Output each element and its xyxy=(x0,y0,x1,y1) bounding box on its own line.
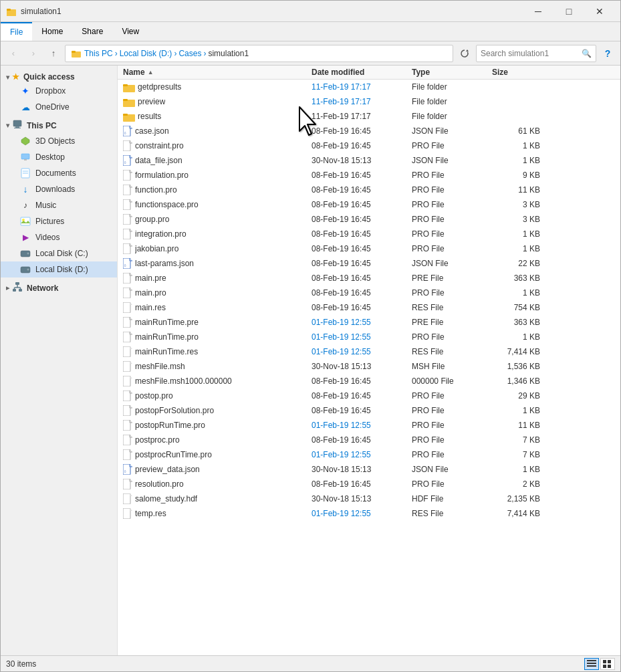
table-row[interactable]: salome_study.hdf 30-Nov-18 15:13 HDF Fil… xyxy=(118,491,620,506)
table-row[interactable]: {} data_file.json 30-Nov-18 15:13 JSON F… xyxy=(118,153,620,168)
sidebar-item-videos[interactable]: ▶ Videos xyxy=(1,229,117,245)
minimize-button[interactable]: ─ xyxy=(523,1,553,22)
col-date-header[interactable]: Date modified xyxy=(312,68,412,77)
table-row[interactable]: postop.pro 08-Feb-19 16:45 PRO File 29 K… xyxy=(118,388,620,403)
file-type-cell: MSH File xyxy=(412,362,492,371)
sidebar-network-header[interactable]: ▸ Network xyxy=(1,279,117,296)
table-row[interactable]: results 11-Feb-19 17:17 File folder xyxy=(118,109,620,124)
tab-file[interactable]: File xyxy=(1,22,32,41)
forward-button[interactable]: › xyxy=(25,45,42,62)
breadcrumb-cases[interactable]: Cases xyxy=(178,49,201,58)
tab-home[interactable]: Home xyxy=(32,22,72,41)
table-row[interactable]: {} case.json 08-Feb-19 16:45 JSON File 6… xyxy=(118,124,620,138)
thispc-icon xyxy=(12,119,23,132)
file-size-cell: 29 KB xyxy=(492,391,545,401)
search-box[interactable]: 🔍 xyxy=(476,45,596,62)
file-size-cell: 754 KB xyxy=(492,303,545,312)
sidebar-quickaccess-header[interactable]: ▾ ★ Quick access xyxy=(1,70,117,83)
table-row[interactable]: {} last-params.json 08-Feb-19 16:45 JSON… xyxy=(118,256,620,271)
breadcrumb-thispc[interactable]: This PC xyxy=(84,49,113,58)
sidebar-item-downloads[interactable]: ↓ Downloads xyxy=(1,181,117,197)
table-row[interactable]: group.pro 08-Feb-19 16:45 PRO File 3 KB xyxy=(118,212,620,227)
table-row[interactable]: formulation.pro 08-Feb-19 16:45 PRO File… xyxy=(118,168,620,183)
sidebar-network-label: Network xyxy=(27,284,58,293)
col-type-header[interactable]: Type xyxy=(412,68,492,77)
table-row[interactable]: postproc.pro 08-Feb-19 16:45 PRO File 7 … xyxy=(118,433,620,447)
file-name-text: postop.pro xyxy=(135,391,173,401)
hdf-file-icon xyxy=(123,493,132,504)
table-row[interactable]: {} preview_data.json 30-Nov-18 15:13 JSO… xyxy=(118,462,620,477)
msh-file-icon xyxy=(123,361,132,372)
sidebar-item-onedrive[interactable]: ☁ OneDrive xyxy=(1,99,117,115)
file-name-text: group.pro xyxy=(135,215,169,224)
svg-marker-92 xyxy=(130,332,132,334)
table-row[interactable]: meshFile.msh 30-Nov-18 15:13 MSH File 1,… xyxy=(118,359,620,374)
sidebar-item-desktop[interactable]: Desktop xyxy=(1,149,117,165)
table-row[interactable]: postopRunTime.pro 01-Feb-19 12:55 PRO Fi… xyxy=(118,418,620,433)
desktop-icon xyxy=(19,151,31,163)
sidebar-item-locald[interactable]: Local Disk (D:) xyxy=(1,261,117,277)
table-row[interactable]: mainRunTime.pro 01-Feb-19 12:55 PRO File… xyxy=(118,330,620,344)
json-file-icon: {} xyxy=(123,126,132,136)
col-name-header[interactable]: Name ▲ xyxy=(118,68,312,77)
refresh-button[interactable] xyxy=(456,45,473,62)
table-row[interactable]: main.pre 08-Feb-19 16:45 PRE File 363 KB xyxy=(118,271,620,286)
table-row[interactable]: integration.pro 08-Feb-19 16:45 PRO File… xyxy=(118,227,620,241)
back-button[interactable]: ‹ xyxy=(5,45,22,62)
sidebar-item-pictures[interactable]: Pictures xyxy=(1,213,117,229)
titlebar-buttons: ─ □ ✕ xyxy=(523,1,615,22)
table-row[interactable]: functionspace.pro 08-Feb-19 16:45 PRO Fi… xyxy=(118,197,620,212)
tab-share[interactable]: Share xyxy=(72,22,112,41)
sidebar-item-documents[interactable]: Documents xyxy=(1,165,117,181)
table-row[interactable]: constraint.pro 08-Feb-19 16:45 PRO File … xyxy=(118,138,620,153)
table-row[interactable]: resolution.pro 08-Feb-19 16:45 PRO File … xyxy=(118,477,620,491)
table-row[interactable]: main.res 08-Feb-19 16:45 RES File 754 KB xyxy=(118,300,620,315)
table-row[interactable]: function.pro 08-Feb-19 16:45 PRO File 11… xyxy=(118,183,620,197)
pro-file-icon xyxy=(123,479,132,489)
view-details-button[interactable] xyxy=(584,658,599,670)
table-row[interactable]: jakobian.pro 08-Feb-19 16:45 PRO File 1 … xyxy=(118,241,620,256)
breadcrumb-localdisk[interactable]: Local Disk (D:) xyxy=(120,49,172,58)
file-type-cell: JSON File xyxy=(412,259,492,268)
table-row[interactable]: postprocRunTime.pro 01-Feb-19 12:55 PRO … xyxy=(118,447,620,462)
tab-view[interactable]: View xyxy=(112,22,148,41)
search-input[interactable] xyxy=(481,49,582,58)
table-row[interactable]: getdpresults 11-Feb-19 17:17 File folder xyxy=(118,80,620,94)
view-large-icons-button[interactable] xyxy=(600,658,615,670)
svg-rect-52 xyxy=(123,185,130,195)
table-row[interactable]: postopForSolution.pro 08-Feb-19 16:45 PR… xyxy=(118,403,620,418)
sidebar-thispc-header[interactable]: ▾ This PC xyxy=(1,116,117,133)
sidebar-item-3dobjects[interactable]: 3D Objects xyxy=(1,133,117,149)
sidebar-item-music[interactable]: ♪ Music xyxy=(1,197,117,213)
col-size-header[interactable]: Size xyxy=(492,68,545,77)
quickaccess-arrow: ▾ xyxy=(6,74,9,81)
file-size-cell: 1,346 KB xyxy=(492,376,545,386)
address-path[interactable]: This PC › Local Disk (D:) › Cases › simu… xyxy=(65,45,453,62)
maximize-button[interactable]: □ xyxy=(553,1,584,22)
sidebar-item-localc[interactable]: Local Disk (C:) xyxy=(1,245,117,261)
file-date-cell: 08-Feb-19 16:45 xyxy=(312,303,412,312)
table-row[interactable]: mainRunTime.pre 01-Feb-19 12:55 PRE File… xyxy=(118,315,620,330)
sidebar-videos-label: Videos xyxy=(35,233,59,242)
breadcrumb-simulation1[interactable]: simulation1 xyxy=(208,49,249,58)
file-name-cell: constraint.pro xyxy=(118,140,312,151)
file-panel: Name ▲ Date modified Type Size getdpresu… xyxy=(118,66,620,655)
file-size-cell: 1 KB xyxy=(492,229,545,239)
svg-rect-136 xyxy=(587,663,596,664)
help-button[interactable]: ? xyxy=(599,45,616,62)
sidebar-item-dropbox[interactable]: ✦ Dropbox xyxy=(1,83,117,99)
file-size-cell: 7 KB xyxy=(492,435,545,445)
svg-marker-53 xyxy=(130,185,132,187)
table-row[interactable]: main.pro 08-Feb-19 16:45 PRO File 1 KB xyxy=(118,286,620,300)
file-date-cell: 08-Feb-19 16:45 xyxy=(312,244,412,253)
file-name-text: mainRunTime.pre xyxy=(135,318,199,327)
table-row[interactable]: meshFile.msh1000.000000 08-Feb-19 16:45 … xyxy=(118,374,620,388)
file-name-cell: postopForSolution.pro xyxy=(118,405,312,416)
up-button[interactable]: ↑ xyxy=(45,45,62,62)
table-row[interactable]: mainRunTime.res 01-Feb-19 12:55 RES File… xyxy=(118,344,620,359)
file-date-cell: 08-Feb-19 16:45 xyxy=(312,259,412,268)
close-button[interactable]: ✕ xyxy=(584,1,615,22)
table-row[interactable]: preview 11-Feb-19 17:17 File folder xyxy=(118,94,620,109)
table-row[interactable]: temp.res 01-Feb-19 12:55 RES File 7,414 … xyxy=(118,506,620,521)
file-date-cell: 08-Feb-19 16:45 xyxy=(312,215,412,224)
